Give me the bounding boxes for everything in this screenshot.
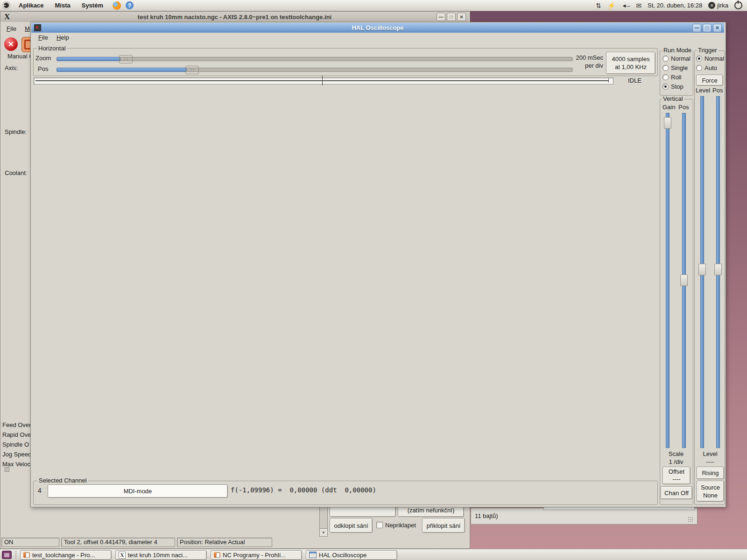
selected-channel-label: Selected Channel	[37, 477, 88, 483]
oscilloscope-window	[30, 22, 726, 507]
force-button[interactable]: Force	[696, 75, 723, 86]
trigger-radios: NormalAuto	[696, 54, 724, 72]
run-mode-option-normal[interactable]: Normal	[662, 54, 691, 63]
axis-menu-file[interactable]: File	[7, 25, 16, 32]
estop-button[interactable]: ✕	[4, 37, 18, 51]
taskbar-item-label: NC Programy - Prohlí...	[223, 552, 286, 559]
radio-icon	[662, 56, 669, 62]
clock[interactable]: St, 20. duben, 16:28	[648, 2, 702, 9]
resize-grip[interactable]	[5, 467, 9, 472]
tab-manual-control[interactable]: Manual C	[7, 53, 34, 60]
pos-slider-handle[interactable]	[185, 66, 199, 74]
desktop: X test kruh 10mm nacisto.ngc - AXIS 2.8.…	[0, 0, 747, 560]
show-desktop-icon[interactable]	[2, 551, 12, 559]
file-manager-icon	[214, 552, 220, 558]
resize-grip[interactable]	[688, 517, 693, 522]
vertical-pos-handle[interactable]	[680, 274, 688, 286]
record-position-marker	[322, 76, 323, 85]
oscilloscope-window-title: HAL Oscilloscope	[31, 24, 724, 31]
vertical-pos-slider[interactable]	[682, 113, 686, 448]
run-mode-option-stop[interactable]: Stop	[662, 82, 691, 91]
trigger-pos-handle[interactable]	[714, 264, 722, 275]
gain-slider[interactable]	[666, 113, 669, 448]
panel-menu-aplikace[interactable]: Aplikace	[13, 0, 49, 11]
axis-maximize-button[interactable]: □	[447, 13, 456, 21]
radio-icon	[662, 65, 669, 71]
checkbox-icon[interactable]	[376, 522, 383, 528]
help-icon[interactable]: ?	[126, 1, 134, 9]
scroll-down-arrow[interactable]: ▼	[320, 528, 327, 536]
capture-state: IDLE	[628, 77, 641, 84]
taskbar-item[interactable]: NC Programy - Prohlí...	[211, 550, 302, 560]
taskbar-item[interactable]: HAL Oscilloscope	[306, 550, 397, 560]
chan-off-button[interactable]: Chan Off	[661, 486, 692, 499]
radio-icon	[696, 65, 702, 71]
axis-titlebar[interactable]: X test kruh 10mm nacisto.ngc - AXIS 2.8.…	[0, 12, 469, 22]
panel-menus: AplikaceMístaSystém	[13, 0, 109, 11]
taskbar-item-label: test_toolchange - Pro...	[32, 552, 95, 559]
osc-close-button[interactable]: ✕	[713, 24, 722, 32]
panel-menu-systém[interactable]: Systém	[76, 0, 109, 11]
network-updown-icon[interactable]: ⇅	[596, 2, 601, 9]
pos-slider-label: Pos	[38, 65, 48, 72]
vertical-gain-label: Gain	[662, 104, 675, 111]
status-tool: Tool 2, offset 0.441479, diameter 4	[61, 538, 175, 547]
mail-icon[interactable]: ✉	[636, 2, 641, 9]
axis-close-button[interactable]: ✕	[457, 13, 466, 21]
taskbar-item[interactable]: Xtest kruh 10mm naci...	[115, 550, 207, 560]
volume-icon[interactable]: ◄---	[621, 3, 630, 8]
filemanager-status-text: 11 bajtů)	[475, 512, 498, 519]
gain-slider-handle[interactable]	[664, 117, 671, 129]
taskbar-item-label: HAL Oscilloscope	[319, 552, 366, 559]
taskbar-item[interactable]: test_toolchange - Pro...	[20, 550, 112, 560]
shutdown-icon[interactable]	[734, 1, 742, 9]
run-mode-radios: NormalSingleRollStop	[662, 54, 691, 91]
osc-menu-help[interactable]: Help	[56, 34, 69, 41]
trigger-level-slider[interactable]	[700, 96, 704, 448]
zoom-slider-handle[interactable]	[119, 55, 133, 63]
nepriklapet-checkbox-row[interactable]: Nepriklapet	[376, 518, 421, 532]
run-mode-group-label: Run Mode	[662, 47, 693, 53]
axis-minimize-button[interactable]: —	[437, 13, 445, 21]
selected-channel-name-button[interactable]: MDI-mode	[48, 484, 228, 498]
offset-button[interactable]: Offset ----	[662, 467, 691, 484]
firefox-icon[interactable]	[113, 1, 121, 10]
user-menu[interactable]: ✕ jirka	[708, 2, 728, 9]
run-mode-option-roll[interactable]: Roll	[662, 72, 691, 82]
rising-button[interactable]: Rising	[697, 467, 724, 479]
oscilloscope-titlebar[interactable]: HAL Oscilloscope — □ ✕	[31, 23, 724, 33]
override-label: Feed Over	[2, 421, 31, 428]
panel-menu-místa[interactable]: Místa	[49, 0, 76, 11]
axis-label-spindle: Spindle:	[5, 128, 27, 135]
file-manager-icon	[23, 552, 30, 558]
trigger-pos-slider[interactable]	[716, 96, 720, 448]
trigger-level-handle[interactable]	[698, 264, 706, 275]
taskbar-items: test_toolchange - Pro...Xtest kruh 10mm …	[20, 550, 397, 560]
taskbar: test_toolchange - Pro...Xtest kruh 10mm …	[0, 549, 747, 560]
trigger-option-normal[interactable]: Normal	[696, 54, 724, 63]
priklopit-sani-button[interactable]: přiklopit sání	[422, 518, 465, 533]
status-power: ON	[1, 538, 59, 547]
power-manager-icon[interactable]: ⚡	[607, 2, 615, 9]
radio-label: Single	[671, 64, 688, 71]
osc-maximize-button[interactable]: □	[703, 24, 712, 32]
pos-slider[interactable]	[56, 68, 573, 72]
osc-minimize-button[interactable]: —	[692, 24, 701, 32]
trigger-option-auto[interactable]: Auto	[696, 63, 724, 72]
samples-button[interactable]: 4000 samples at 1,00 KHz	[606, 52, 655, 74]
radio-label: Roll	[671, 74, 681, 81]
axis-app-icon: X	[4, 12, 10, 21]
osc-menu-file[interactable]: File	[38, 34, 48, 41]
override-label: Max Veloc	[2, 461, 30, 468]
radio-label: Stop	[671, 83, 684, 90]
x-window-icon: X	[119, 552, 126, 559]
run-mode-option-single[interactable]: Single	[662, 63, 691, 72]
rate-readout: 200 mSec per div	[560, 54, 603, 70]
oscilloscope-app-icon	[34, 24, 41, 31]
distro-menu-icon[interactable]	[2, 1, 10, 9]
odklopit-sani-button[interactable]: odklopit sání	[330, 518, 373, 533]
zoom-slider[interactable]	[56, 57, 573, 61]
taskbar-separator	[15, 551, 17, 559]
override-label: Rapid Ove	[2, 431, 31, 438]
source-button[interactable]: Source None	[697, 481, 724, 502]
